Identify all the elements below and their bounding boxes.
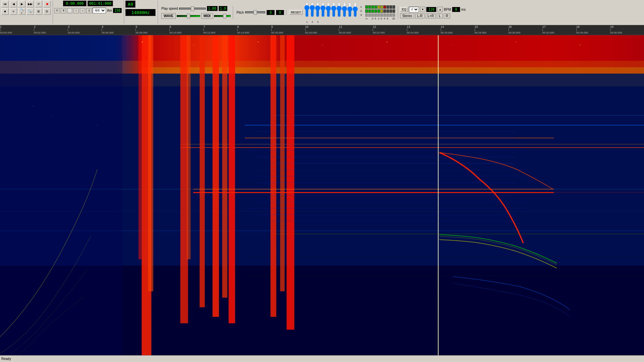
- wave-slider[interactable]: [177, 15, 200, 17]
- svg-rect-65: [245, 176, 528, 176]
- reset-section: RESET: [288, 2, 396, 23]
- svg-rect-48: [547, 115, 549, 116]
- l-button[interactable]: L: [437, 13, 443, 18]
- svg-rect-13: [270, 234, 644, 234]
- zoom-in-button[interactable]: 🔍+: [18, 8, 25, 15]
- svg-rect-55: [451, 45, 451, 46]
- svg-rect-42: [97, 125, 97, 125]
- play-button[interactable]: ▶: [18, 1, 25, 7]
- menu-button[interactable]: ≡: [10, 8, 17, 15]
- eq-value-input[interactable]: [426, 7, 436, 12]
- svg-rect-5: [180, 147, 644, 148]
- fader-8-slider[interactable]: [342, 2, 347, 17]
- svg-rect-67: [270, 195, 515, 196]
- fast-forward-button[interactable]: ▶▶: [26, 1, 34, 7]
- fader-5-slider[interactable]: [326, 2, 331, 17]
- position-display: 0:00.000: [63, 1, 87, 6]
- timeline-marker: 3 00:04.000: [68, 25, 80, 34]
- svg-rect-62: [258, 157, 515, 157]
- wave-button[interactable]: WAVE: [161, 13, 176, 19]
- eq-up-button[interactable]: ▲: [437, 7, 443, 12]
- record-button[interactable]: ⏺: [43, 1, 51, 7]
- timeline-marker: 4 00:06.000: [102, 25, 114, 34]
- bpm-field-label: BPM: [444, 8, 451, 11]
- grid-button[interactable]: ⊞: [35, 8, 42, 15]
- pitch-value2: 0: [276, 10, 284, 15]
- time-btn2[interactable]: ⏸: [61, 8, 66, 13]
- reset-button[interactable]: RESET: [289, 10, 303, 15]
- fader-3: [315, 2, 320, 20]
- fader-1-slider[interactable]: [305, 2, 309, 17]
- eq-button[interactable]: EQ: [400, 7, 408, 12]
- lr-button[interactable]: L-R: [415, 13, 425, 18]
- svg-rect-53: [322, 45, 323, 46]
- timeline: 1 00:00.0002 00:02.0003 00:04.0004: [0, 25, 644, 35]
- loop-button[interactable]: ↺: [35, 1, 42, 7]
- pitch-value1: 0: [267, 10, 275, 15]
- midi-slider[interactable]: [214, 15, 231, 17]
- midi-button[interactable]: MIDI: [201, 13, 213, 19]
- play-speed-slider[interactable]: [179, 8, 206, 10]
- svg-rect-54: [386, 42, 387, 42]
- zoom-out-button[interactable]: 🔍-: [26, 8, 34, 15]
- fader-5: [326, 2, 331, 20]
- svg-rect-27: [200, 35, 205, 307]
- timeline-marker: 14 00:26.000: [441, 25, 453, 34]
- play-speed-label: Play speed: [161, 7, 178, 10]
- svg-rect-23: [148, 35, 153, 291]
- r-button[interactable]: R: [444, 13, 450, 18]
- svg-rect-8: [270, 115, 644, 116]
- pitch-label: Pitch: [236, 11, 244, 14]
- fader-4: [321, 2, 325, 20]
- svg-rect-68: [258, 202, 528, 202]
- time-sig-select[interactable]: 4/4 3/4 6/8: [93, 8, 106, 13]
- fader-3-slider[interactable]: [315, 2, 320, 17]
- svg-rect-49: [612, 118, 613, 119]
- play-speed-section: Play speed 1.00 1.0 WAVE MIDI: [159, 6, 233, 19]
- lpr-button[interactable]: L+R: [426, 13, 436, 18]
- pitch-slider[interactable]: [245, 11, 265, 13]
- prev-button[interactable]: ⏮: [1, 1, 9, 7]
- ms-label: ms: [461, 8, 466, 11]
- bottom-bar: Ready: [0, 355, 644, 362]
- spectrogram-canvas[interactable]: [0, 35, 644, 355]
- eq-down-button[interactable]: ▼: [420, 7, 425, 12]
- spectrogram-area: 1 00:00.0002 00:02.0003 00:04.0004: [0, 25, 644, 355]
- timeline-marker: 7 00:12.000: [203, 25, 215, 34]
- fader-10-slider[interactable]: [353, 2, 358, 17]
- back-button[interactable]: ◀: [10, 1, 17, 7]
- stop-button[interactable]: ■: [1, 8, 9, 15]
- fader-6-slider[interactable]: [331, 2, 336, 17]
- freq-display: 14080Hz: [125, 9, 156, 16]
- status-text: Ready: [1, 357, 11, 361]
- fader-7-slider[interactable]: [337, 2, 341, 17]
- timeline-marker: 2 00:02.000: [34, 25, 46, 34]
- svg-rect-40: [52, 115, 52, 116]
- svg-rect-17: [245, 275, 644, 276]
- svg-rect-26: [187, 35, 191, 259]
- svg-rect-41: [77, 99, 77, 100]
- time-btn4[interactable]: ↕: [73, 8, 79, 13]
- timeline-marker: 11 00:20.000: [339, 25, 351, 34]
- play-speed-value2: 1.0: [219, 6, 227, 11]
- time-btn3[interactable]: ⬜: [67, 8, 72, 13]
- time-btn1[interactable]: ⏱: [54, 8, 60, 13]
- timeline-marker: 8 00:14.000: [237, 25, 249, 34]
- timeline-marker: 19 00:36.000: [610, 25, 622, 34]
- play-speed-value1: 1.00: [207, 6, 218, 11]
- fader-4-slider[interactable]: [321, 2, 325, 17]
- options-button[interactable]: ⊟: [43, 8, 51, 15]
- bpm-input[interactable]: [452, 7, 460, 12]
- time-btn5[interactable]: ♪: [80, 8, 85, 13]
- bpm-display: 150: [113, 8, 122, 13]
- time-btn6[interactable]: 𝄞: [86, 8, 92, 13]
- svg-rect-34: [193, 192, 554, 193]
- svg-rect-47: [483, 112, 485, 112]
- fader-2-slider[interactable]: [310, 2, 315, 17]
- svg-rect-52: [258, 42, 259, 42]
- stereo-button[interactable]: Stereo: [400, 13, 414, 18]
- fader-9-slider[interactable]: [347, 2, 352, 17]
- svg-rect-30: [229, 35, 235, 323]
- eq-type-select[interactable]: 4 8: [409, 7, 419, 12]
- svg-rect-39: [32, 106, 33, 106]
